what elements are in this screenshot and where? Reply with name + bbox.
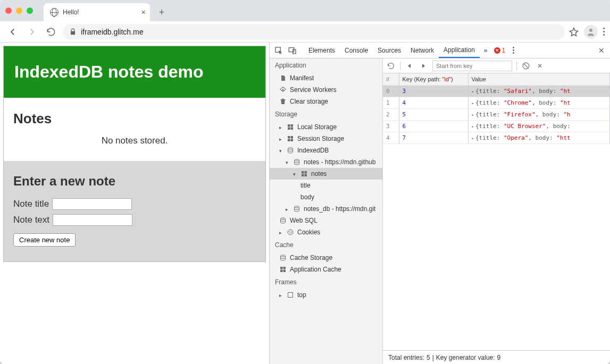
sidebar-item-clear-storage[interactable]: Clear storage bbox=[270, 96, 382, 107]
sidebar-item-index-body[interactable]: body bbox=[270, 191, 382, 203]
sidebar-item-local-storage[interactable]: Local Storage bbox=[270, 121, 382, 133]
svg-rect-18 bbox=[305, 174, 307, 177]
svg-rect-28 bbox=[283, 267, 286, 269]
address-bar[interactable]: iframeidb.glitch.me bbox=[63, 24, 565, 40]
back-button[interactable] bbox=[5, 24, 20, 39]
sidebar-item-top-frame[interactable]: top bbox=[270, 289, 382, 301]
sidebar-item-session-storage[interactable]: Session Storage bbox=[270, 133, 382, 145]
tab-sources[interactable]: Sources bbox=[373, 43, 406, 58]
sidebar-item-websql[interactable]: Web SQL bbox=[270, 215, 382, 226]
prev-page-icon[interactable] bbox=[405, 61, 414, 71]
devtools-menu-icon[interactable] bbox=[507, 45, 519, 56]
new-tab-button[interactable]: + bbox=[154, 5, 169, 20]
grid-icon bbox=[287, 135, 294, 142]
close-tab-icon[interactable]: × bbox=[141, 8, 146, 16]
sidebar-item-notesdb2[interactable]: notes_db - https://mdn.git bbox=[270, 203, 382, 215]
sidebar-item-notes-store[interactable]: notes bbox=[270, 168, 382, 180]
svg-point-20 bbox=[281, 218, 286, 219]
note-text-label: Note text bbox=[13, 215, 49, 225]
tab-network[interactable]: Network bbox=[406, 43, 439, 58]
more-tabs-icon[interactable]: » bbox=[482, 47, 490, 54]
divider bbox=[516, 62, 517, 70]
sidebar-item-app-cache[interactable]: Application Cache bbox=[270, 264, 382, 275]
delete-selected-icon[interactable]: ✕ bbox=[535, 61, 545, 71]
sidebar-item-service-workers[interactable]: Service Workers bbox=[270, 84, 382, 96]
table-row[interactable]: 25▸{title: "Firefox", body: "h bbox=[383, 108, 610, 120]
create-note-button[interactable]: Create new note bbox=[13, 233, 76, 247]
sidebar-item-notes-db[interactable]: notes - https://mdn.github bbox=[270, 156, 382, 168]
section-cache: Cache bbox=[270, 238, 382, 252]
row-key: 7 bbox=[399, 132, 468, 143]
reload-button[interactable] bbox=[44, 24, 59, 39]
section-storage: Storage bbox=[270, 107, 382, 121]
svg-rect-6 bbox=[291, 124, 294, 127]
title-row: Note title bbox=[13, 198, 256, 210]
caret-icon bbox=[293, 170, 297, 177]
data-table: # Key (Key path: "id") Value 03▸{title: … bbox=[383, 73, 610, 350]
table-row[interactable]: 47▸{title: "Opera", body: "htt bbox=[383, 132, 610, 143]
svg-point-21 bbox=[288, 230, 293, 235]
database-icon bbox=[279, 254, 287, 261]
divider bbox=[400, 62, 400, 70]
browser-menu-icon[interactable] bbox=[603, 28, 605, 36]
svg-rect-9 bbox=[288, 136, 290, 139]
notes-heading: Notes bbox=[13, 111, 256, 127]
sidebar-item-indexeddb[interactable]: IndexedDB bbox=[270, 145, 382, 156]
sidebar-item-cache-storage[interactable]: Cache Storage bbox=[270, 252, 382, 264]
tab-elements[interactable]: Elements bbox=[304, 43, 340, 58]
forward-button[interactable] bbox=[24, 24, 39, 39]
row-value: ▸{title: "Safari", body: "ht bbox=[468, 85, 610, 97]
chrome-titlebar: Hello! × + iframeidb.glitch.me bbox=[0, 0, 610, 43]
sidebar-item-manifest[interactable]: Manifest bbox=[270, 72, 382, 84]
error-icon: ✕ bbox=[494, 47, 500, 54]
tab-application[interactable]: Application bbox=[439, 43, 480, 58]
svg-rect-5 bbox=[288, 124, 290, 127]
trash-icon bbox=[279, 98, 287, 105]
devtools-close-icon[interactable]: ✕ bbox=[596, 46, 607, 55]
error-indicator[interactable]: ✕1 bbox=[494, 47, 506, 54]
table-row[interactable]: 03▸{title: "Safari", body: "ht bbox=[383, 85, 610, 97]
col-key[interactable]: Key (Key path: "id") bbox=[399, 73, 468, 85]
col-value[interactable]: Value bbox=[468, 73, 610, 85]
tab-console[interactable]: Console bbox=[340, 43, 373, 58]
svg-point-19 bbox=[295, 206, 299, 208]
svg-rect-11 bbox=[288, 139, 290, 142]
refresh-icon[interactable] bbox=[386, 61, 396, 71]
profile-avatar-icon[interactable] bbox=[584, 25, 598, 39]
start-key-input[interactable] bbox=[432, 61, 512, 71]
sidebar-item-cookies[interactable]: Cookies bbox=[270, 226, 382, 238]
note-text-input[interactable] bbox=[53, 214, 132, 226]
row-index: 4 bbox=[383, 132, 399, 143]
page-banner: IndexedDB notes demo bbox=[4, 46, 265, 98]
file-icon bbox=[279, 74, 287, 82]
lock-icon bbox=[69, 28, 77, 36]
device-toolbar-icon[interactable] bbox=[287, 45, 298, 56]
grid-icon bbox=[279, 266, 287, 273]
browser-tab[interactable]: Hello! × bbox=[44, 3, 150, 21]
col-index[interactable]: # bbox=[383, 73, 399, 85]
maximize-window-icon[interactable] bbox=[27, 7, 33, 14]
note-title-input[interactable] bbox=[52, 198, 132, 210]
svg-rect-16 bbox=[305, 171, 307, 174]
caret-icon bbox=[279, 123, 283, 131]
database-icon bbox=[293, 205, 300, 213]
clear-store-icon[interactable] bbox=[521, 61, 531, 71]
close-window-icon[interactable] bbox=[5, 7, 12, 14]
minimize-window-icon[interactable] bbox=[16, 7, 22, 14]
svg-point-26 bbox=[281, 255, 286, 257]
inspect-element-icon[interactable] bbox=[273, 45, 285, 56]
database-icon bbox=[293, 158, 300, 166]
total-entries-value: 5 bbox=[427, 354, 430, 361]
toolbar: iframeidb.glitch.me bbox=[0, 21, 610, 43]
devtools-tablist: Elements Console Sources Network Applica… bbox=[304, 43, 480, 58]
row-value: ▸{title: "Firefox", body: "h bbox=[468, 108, 610, 120]
table-row[interactable]: 14▸{title: "Chrome", body: "ht bbox=[383, 97, 610, 108]
table-row[interactable]: 36▸{title: "UC Browser", body: bbox=[383, 120, 610, 132]
next-page-icon[interactable] bbox=[419, 61, 428, 71]
section-application: Application bbox=[270, 58, 382, 72]
svg-point-23 bbox=[291, 231, 291, 232]
row-value: ▸{title: "Chrome", body: "ht bbox=[468, 97, 610, 108]
sidebar-item-index-title[interactable]: title bbox=[270, 180, 382, 191]
svg-rect-30 bbox=[283, 270, 286, 273]
bookmark-star-icon[interactable] bbox=[569, 27, 579, 37]
